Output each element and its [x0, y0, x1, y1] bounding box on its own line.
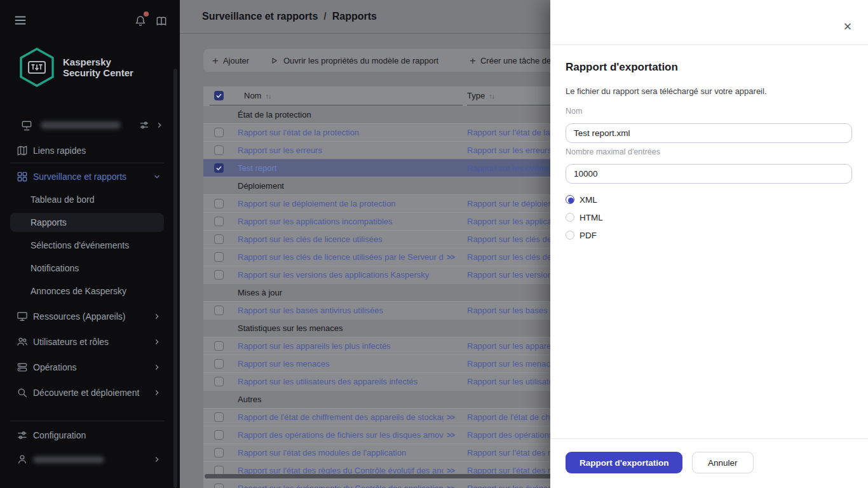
row-checkbox[interactable] [214, 146, 224, 155]
toolbar-button-label: Ajouter [223, 56, 249, 65]
sidebar-item-selections-evenements[interactable]: Sélections d'événements [10, 233, 164, 258]
report-link[interactable]: Rapport des opérations de fichiers sur l… [238, 430, 444, 440]
row-checkbox[interactable] [214, 430, 224, 440]
report-link[interactable]: Rapport sur les applications incompatibl… [238, 217, 393, 226]
notifications-bell-icon[interactable] [133, 13, 148, 29]
breadcrumb-rapports: Rapports [332, 11, 377, 22]
sidebar-item-decouverte-deploiement[interactable]: Découverte et déploiement [10, 380, 164, 405]
dialog-title: Rapport d'exportation [566, 61, 678, 74]
max-entries-field-label: Nombre maximal d'entrées [566, 147, 660, 156]
group-label: État de la protection [238, 110, 311, 119]
report-link[interactable]: Rapport sur les menaces [238, 359, 330, 369]
row-checkbox[interactable] [214, 199, 224, 208]
operations-stack-icon [16, 361, 29, 374]
row-checkbox[interactable] [214, 484, 224, 488]
dialog-footer-divider [550, 438, 868, 439]
group-label: Autres [238, 395, 262, 404]
sidebar-item-rapports[interactable]: Rapports [10, 213, 164, 232]
format-radio-xml[interactable]: XML [566, 191, 597, 208]
radio-label: HTML [580, 213, 603, 222]
row-checkbox[interactable] [214, 128, 224, 137]
row-checkbox[interactable] [214, 359, 224, 369]
sidebar-item-configuration[interactable]: Configuration [10, 423, 164, 448]
notification-dot [144, 11, 149, 17]
sidebar-divider [10, 163, 164, 163]
sidebar-item-label: Utilisateurs et rôles [33, 337, 109, 347]
server-selector[interactable] [10, 114, 164, 136]
map-icon [16, 144, 29, 157]
sidebar-item-label: Liens rapides [33, 146, 86, 156]
export-filename-input[interactable] [566, 123, 852, 143]
sidebar-item-surveillance-et-rapports[interactable]: Surveillance et rapports [10, 164, 164, 189]
row-checkbox[interactable] [214, 412, 224, 422]
report-link[interactable]: Rapport sur les versions des application… [238, 270, 429, 280]
report-link[interactable]: Rapport sur le déploiement de la protect… [238, 199, 396, 208]
server-icon [20, 119, 33, 132]
column-header-type[interactable]: Type [467, 91, 485, 100]
expand-name-link[interactable]: >> [447, 413, 454, 422]
row-checkbox[interactable] [214, 306, 224, 315]
hamburger-menu-icon[interactable] [13, 13, 28, 28]
sidebar-item-annonces-kaspersky[interactable]: Annonces de Kaspersky [10, 278, 164, 304]
report-link[interactable]: Rapport sur les bases antivirus utilisée… [238, 306, 383, 315]
chevron-right-icon [153, 388, 161, 397]
chevron-right-icon [153, 337, 161, 346]
row-checkbox[interactable] [214, 377, 224, 386]
expand-name-link[interactable]: >> [447, 253, 454, 262]
sidebar-item-liens-rapides[interactable]: Liens rapides [10, 138, 164, 163]
sidebar-item-ressources[interactable]: Ressources (Appareils) [10, 304, 164, 329]
report-link[interactable]: Test report [238, 163, 276, 173]
sidebar-item-label: Opérations [33, 362, 76, 372]
search-icon [16, 386, 29, 399]
expand-name-link[interactable]: >> [447, 431, 454, 440]
close-icon[interactable]: × [837, 17, 858, 37]
format-radio-pdf[interactable]: PDF [566, 226, 597, 244]
report-link[interactable]: Rapport sur les clés de licence utilisée… [238, 252, 444, 262]
format-radio-html[interactable]: HTML [566, 208, 603, 226]
sidebar-item-utilisateurs-roles[interactable]: Utilisateurs et rôles [10, 329, 164, 355]
column-header-nom[interactable]: Nom [244, 91, 261, 100]
help-book-icon[interactable] [154, 14, 169, 29]
row-checkbox[interactable] [214, 163, 224, 173]
report-link[interactable]: Rapport sur les utilisateurs des apparei… [238, 377, 417, 386]
row-checkbox[interactable] [214, 341, 224, 351]
sort-icon[interactable]: ↑↓ [265, 92, 271, 100]
row-checkbox[interactable] [214, 217, 224, 226]
kaspersky-hexagon-icon [18, 47, 55, 88]
report-link[interactable]: Rapport sur les appareils les plus infec… [238, 341, 391, 351]
report-link[interactable]: Rapport sur les événements du Contrôle d… [238, 484, 444, 488]
max-entries-input[interactable] [566, 164, 852, 184]
report-link[interactable]: Rapport sur les clés de licence utilisée… [238, 234, 383, 244]
row-checkbox[interactable] [214, 448, 224, 458]
expand-name-link[interactable]: >> [447, 484, 454, 488]
report-link[interactable]: Rapport sur l'état de la protection [238, 128, 359, 137]
person-icon [16, 453, 29, 466]
report-link[interactable]: Rapport sur l'état des modules de l'appl… [238, 448, 406, 458]
server-settings-icon[interactable] [139, 119, 150, 131]
sidebar-item-tableau-de-bord[interactable]: Tableau de bord [10, 187, 164, 212]
chevron-right-icon [153, 312, 161, 321]
sidebar-scrollbar[interactable] [173, 69, 177, 488]
export-report-button[interactable]: Rapport d'exportation [566, 452, 682, 473]
row-checkbox[interactable] [214, 234, 224, 244]
sidebar-item-operations[interactable]: Opérations [10, 355, 164, 380]
group-label: Statistiques sur les menaces [238, 323, 342, 333]
sidebar-item-label: Notifications [31, 263, 79, 273]
add-report-button[interactable]: + Ajouter [212, 49, 249, 72]
row-checkbox[interactable] [214, 270, 224, 280]
report-link[interactable]: Rapport de l'état de chiffrement des app… [238, 412, 444, 422]
brand-line2: Security Center [63, 67, 133, 78]
row-checkbox[interactable] [214, 252, 224, 262]
kaspersky-security-center-app: Kaspersky Security Center Liens rapides [0, 0, 868, 488]
sort-icon[interactable]: ↑↓ [489, 92, 494, 100]
report-link[interactable]: Rapport sur les erreurs [238, 146, 322, 155]
cancel-button[interactable]: Annuler [692, 452, 754, 473]
breadcrumb-surveillance[interactable]: Surveillance et rapports [202, 11, 318, 22]
sidebar-item-user-account[interactable] [10, 447, 164, 472]
sidebar-item-notifications[interactable]: Notifications [10, 255, 164, 281]
monitor-icon [16, 310, 29, 323]
open-report-template-properties-button[interactable]: Ouvrir les propriétés du modèle de rappo… [269, 49, 438, 72]
breadcrumb-separator: / [323, 11, 326, 22]
select-all-checkbox[interactable] [214, 91, 224, 100]
chevron-right-icon [155, 121, 164, 130]
